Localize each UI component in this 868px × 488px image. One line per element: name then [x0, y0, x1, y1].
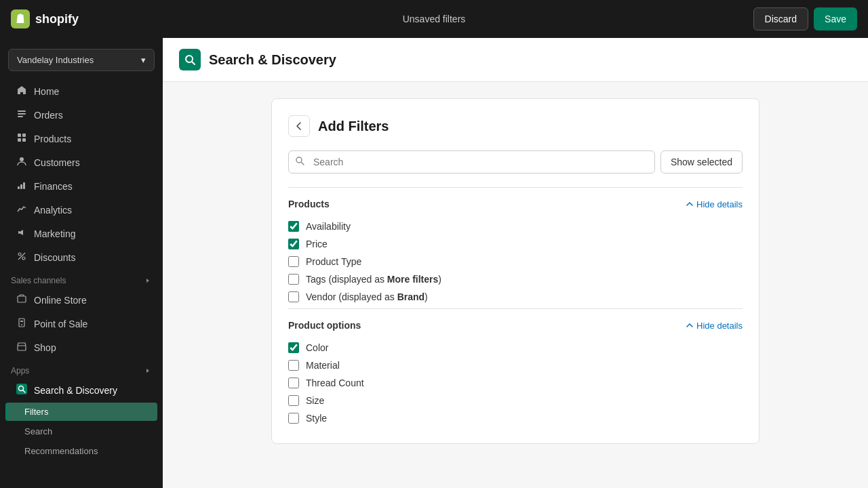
color-checkbox[interactable]: [288, 342, 299, 353]
app-icon: [179, 49, 201, 70]
search-input[interactable]: [288, 150, 655, 174]
page-content: Add Filters Show selected Products: [163, 82, 868, 488]
sidebar-item-label: Shop: [34, 342, 56, 353]
filter-availability: Availability: [288, 218, 743, 235]
svg-line-25: [192, 62, 195, 64]
expand-sales-channels-icon[interactable]: [144, 277, 152, 285]
arrow-left-icon: [294, 121, 304, 131]
filter-style: Style: [288, 409, 743, 427]
online-store-icon: [16, 293, 27, 306]
svg-rect-16: [18, 296, 26, 302]
sidebar-item-point-of-sale[interactable]: Point of Sale: [5, 312, 157, 335]
products-section-name: Products: [288, 199, 330, 209]
customers-icon: [16, 156, 27, 169]
store-selector[interactable]: Vandelay Industries ▾: [8, 49, 155, 71]
filter-vendor: Vendor (displayed as Brand): [288, 288, 743, 306]
material-checkbox[interactable]: [288, 360, 299, 371]
svg-rect-4: [18, 134, 21, 137]
sidebar-sub-item-recommendations[interactable]: Recommendations: [5, 442, 157, 460]
analytics-icon: [16, 203, 27, 216]
hide-details-products-button[interactable]: Hide details: [686, 199, 743, 209]
product-options-section-name: Product options: [288, 320, 361, 331]
size-checkbox[interactable]: [288, 395, 299, 406]
search-discovery-icon: [16, 384, 27, 396]
discard-button[interactable]: Discard: [753, 7, 808, 30]
price-checkbox[interactable]: [288, 239, 299, 249]
color-label[interactable]: Color: [288, 342, 328, 353]
style-checkbox[interactable]: [288, 413, 299, 424]
add-filters-title: Add Filters: [318, 119, 389, 134]
sidebar-item-marketing[interactable]: Marketing: [5, 222, 157, 245]
size-label[interactable]: Size: [288, 395, 324, 406]
sidebar-item-label: Discounts: [34, 252, 75, 263]
svg-rect-18: [20, 321, 23, 322]
availability-checkbox[interactable]: [288, 221, 299, 232]
search-input-wrap: [288, 150, 655, 174]
svg-point-19: [21, 324, 22, 325]
svg-rect-17: [19, 319, 24, 327]
availability-label[interactable]: Availability: [288, 221, 351, 232]
sidebar-item-customers[interactable]: Customers: [5, 151, 157, 174]
products-icon: [16, 132, 27, 145]
finances-icon: [16, 180, 27, 192]
style-label[interactable]: Style: [288, 413, 327, 424]
app-search-icon: [183, 53, 197, 66]
chevron-up-icon: [686, 200, 694, 208]
sidebar-item-label: Online Store: [34, 295, 87, 306]
price-label[interactable]: Price: [288, 239, 328, 249]
filter-product-type: Product Type: [288, 253, 743, 270]
thread-count-checkbox[interactable]: [288, 378, 299, 388]
expand-apps-icon[interactable]: [144, 367, 152, 375]
filter-price: Price: [288, 235, 743, 253]
sidebar-item-label: Filters: [24, 407, 48, 417]
add-filters-header: Add Filters: [288, 115, 743, 137]
svg-rect-21: [16, 384, 27, 394]
discounts-icon: [16, 251, 27, 264]
unsaved-label: Unsaved filters: [403, 14, 466, 24]
product-options-filter-section: Product options Hide details Color: [288, 308, 743, 427]
sidebar-item-search-discovery[interactable]: Search & Discovery: [5, 379, 157, 401]
save-button[interactable]: Save: [814, 7, 857, 30]
search-row: Show selected: [288, 150, 743, 174]
main-layout: Vandelay Industries ▾ Home Orders Produc…: [0, 38, 868, 488]
shop-icon: [16, 341, 27, 354]
sidebar-item-orders[interactable]: Orders: [5, 104, 157, 126]
store-name: Vandelay Industries: [17, 55, 94, 65]
sidebar-item-finances[interactable]: Finances: [5, 175, 157, 197]
svg-rect-6: [18, 138, 21, 142]
sidebar-item-analytics[interactable]: Analytics: [5, 199, 157, 221]
content-header: Search & Discovery: [163, 38, 868, 82]
tags-checkbox[interactable]: [288, 274, 299, 285]
sidebar-item-discounts[interactable]: Discounts: [5, 246, 157, 268]
sidebar-sub-item-search[interactable]: Search: [5, 422, 157, 441]
show-selected-button[interactable]: Show selected: [660, 150, 743, 174]
sidebar-item-home[interactable]: Home: [5, 80, 157, 102]
svg-rect-9: [18, 186, 20, 189]
product-type-label[interactable]: Product Type: [288, 256, 361, 267]
sidebar-item-label: Search: [24, 426, 52, 436]
hide-details-options-button[interactable]: Hide details: [686, 321, 743, 331]
filter-material: Material: [288, 357, 743, 374]
tags-label[interactable]: Tags (displayed as More filters): [288, 274, 441, 285]
svg-rect-3: [18, 116, 23, 117]
orders-icon: [16, 108, 27, 121]
svg-rect-1: [18, 110, 26, 112]
products-section-header: Products Hide details: [288, 199, 743, 209]
sidebar-item-shop[interactable]: Shop: [5, 336, 157, 359]
page-title: Search & Discovery: [209, 52, 336, 68]
sidebar-item-products[interactable]: Products: [5, 127, 157, 150]
back-button[interactable]: [288, 115, 310, 137]
product-type-checkbox[interactable]: [288, 256, 299, 267]
sidebar-item-online-store[interactable]: Online Store: [5, 289, 157, 311]
svg-point-14: [22, 257, 25, 260]
thread-count-label[interactable]: Thread Count: [288, 378, 364, 388]
filter-tags: Tags (displayed as More filters): [288, 270, 743, 288]
vendor-checkbox[interactable]: [288, 291, 299, 302]
svg-rect-20: [18, 346, 26, 350]
svg-rect-11: [23, 182, 25, 189]
material-label[interactable]: Material: [288, 360, 340, 371]
content-area: Search & Discovery Add Filters: [163, 38, 868, 488]
sidebar-sub-item-filters[interactable]: Filters: [5, 403, 157, 421]
vendor-label[interactable]: Vendor (displayed as Brand): [288, 291, 428, 302]
logo-text: shopify: [35, 12, 79, 26]
